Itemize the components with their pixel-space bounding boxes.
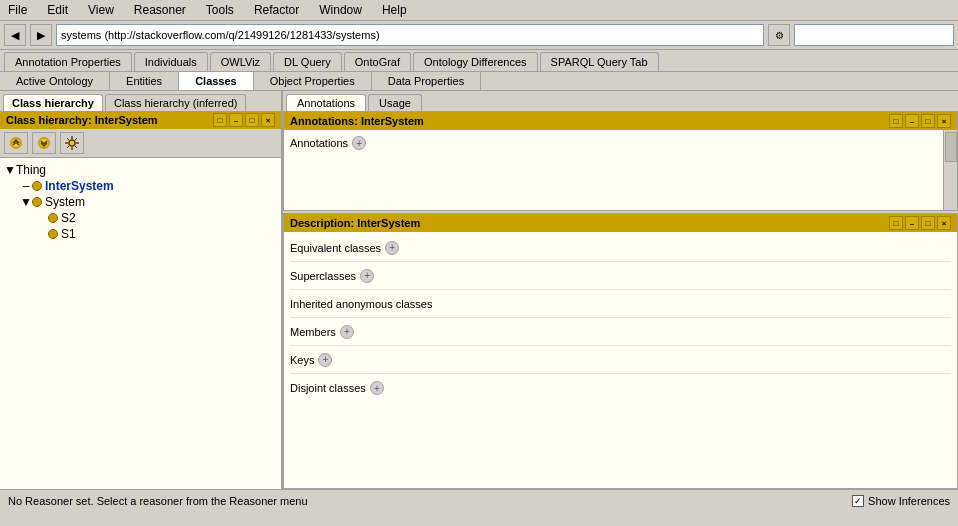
ann-icon-3[interactable]: □ (921, 114, 935, 128)
menu-refactor[interactable]: Refactor (250, 2, 303, 18)
tree-node-intersystem[interactable]: – InterSystem (4, 178, 277, 194)
menu-window[interactable]: Window (315, 2, 366, 18)
desc-icon-3[interactable]: □ (921, 216, 935, 230)
menu-help[interactable]: Help (378, 2, 411, 18)
panel-icon-1[interactable]: □ (213, 113, 227, 127)
annotations-scroll: Annotations + (284, 130, 957, 210)
menu-file[interactable]: File (4, 2, 31, 18)
panel-header-icons: □ – □ × (213, 113, 275, 127)
members-add-button[interactable]: + (340, 325, 354, 339)
toolbar-btn-3[interactable] (60, 132, 84, 154)
keys-add-button[interactable]: + (318, 353, 332, 367)
search-input[interactable] (794, 24, 954, 46)
toolbar-btn-2[interactable] (32, 132, 56, 154)
description-section: Description: InterSystem □ – □ × Equival… (283, 213, 958, 489)
desc-icon-close[interactable]: × (937, 216, 951, 230)
desc-label-members: Members (290, 326, 336, 338)
toggle-intersystem[interactable]: – (20, 179, 32, 193)
search-icon[interactable]: ⚙ (768, 24, 790, 46)
desc-label-disjoint: Disjoint classes (290, 382, 366, 394)
left-panel-title: Class hierarchy: InterSystem (6, 114, 158, 126)
annotations-label: Annotations (290, 137, 348, 149)
desc-label-equivalent: Equivalent classes (290, 242, 381, 254)
description-title: Description: InterSystem (290, 217, 420, 229)
panel-icon-2[interactable]: – (229, 113, 243, 127)
left-panel: Class hierarchy Class hierarchy (inferre… (0, 91, 283, 489)
annotations-add-button[interactable]: + (352, 136, 366, 150)
menu-bar: File Edit View Reasoner Tools Refactor W… (0, 0, 958, 21)
tab-dl-query[interactable]: DL Query (273, 52, 342, 71)
tree-node-system[interactable]: ▼ System (4, 194, 277, 210)
menu-view[interactable]: View (84, 2, 118, 18)
sec-tab-entities[interactable]: Entities (110, 72, 179, 90)
address-input[interactable] (56, 24, 764, 46)
tab-class-hierarchy[interactable]: Class hierarchy (3, 94, 103, 111)
equivalent-add-button[interactable]: + (385, 241, 399, 255)
tab-individuals[interactable]: Individuals (134, 52, 208, 71)
desc-row-superclasses: Superclasses + (290, 262, 951, 290)
disjoint-add-button[interactable]: + (370, 381, 384, 395)
toolbar-row (0, 129, 281, 158)
sec-tab-classes[interactable]: Classes (179, 72, 254, 90)
tab-ontograf[interactable]: OntoGraf (344, 52, 411, 71)
desc-row-inherited: Inherited anonymous classes (290, 290, 951, 318)
tab-ontology-differences[interactable]: Ontology Differences (413, 52, 538, 71)
tree-node-s1[interactable]: S1 (4, 226, 277, 242)
tab-owlviz[interactable]: OWLViz (210, 52, 271, 71)
forward-button[interactable]: ▶ (30, 24, 52, 46)
tree-node-thing[interactable]: ▼ Thing (4, 162, 277, 178)
left-panel-header: Class hierarchy: InterSystem □ – □ × (0, 111, 281, 129)
tab-sparql[interactable]: SPARQL Query Tab (540, 52, 659, 71)
menu-tools[interactable]: Tools (202, 2, 238, 18)
desc-row-disjoint: Disjoint classes + (290, 374, 951, 402)
description-header: Description: InterSystem □ – □ × (284, 214, 957, 232)
description-body: Equivalent classes + Superclasses + Inhe… (284, 232, 957, 488)
left-tabs: Class hierarchy Class hierarchy (inferre… (0, 91, 281, 111)
dot-system (32, 197, 42, 207)
tab-usage[interactable]: Usage (368, 94, 422, 111)
right-panel: Annotations Usage Annotations: InterSyst… (283, 91, 958, 489)
sec-tab-object-properties[interactable]: Object Properties (254, 72, 372, 90)
panel-icon-3[interactable]: □ (245, 113, 259, 127)
desc-row-keys: Keys + (290, 346, 951, 374)
ann-icon-close[interactable]: × (937, 114, 951, 128)
desc-icon-1[interactable]: □ (889, 216, 903, 230)
toggle-thing[interactable]: ▼ (4, 163, 16, 177)
dot-intersystem (32, 181, 42, 191)
scrollbar-thumb (945, 132, 957, 162)
annotations-title: Annotations: InterSystem (290, 115, 424, 127)
svg-point-2 (69, 140, 75, 146)
desc-icon-2[interactable]: – (905, 216, 919, 230)
annotations-row: Annotations + (290, 134, 951, 152)
tree-node-s2[interactable]: S2 (4, 210, 277, 226)
desc-label-keys: Keys (290, 354, 314, 366)
menu-edit[interactable]: Edit (43, 2, 72, 18)
toggle-system[interactable]: ▼ (20, 195, 32, 209)
tree-label-intersystem: InterSystem (45, 179, 114, 193)
top-tabs: Annotation Properties Individuals OWLViz… (0, 50, 958, 71)
annotations-header-icons: □ – □ × (889, 114, 951, 128)
menu-reasoner[interactable]: Reasoner (130, 2, 190, 18)
status-message: No Reasoner set. Select a reasoner from … (8, 495, 308, 507)
desc-label-inherited: Inherited anonymous classes (290, 298, 432, 310)
annotations-scrollbar[interactable] (943, 130, 957, 210)
tree-area[interactable]: ▼ Thing – InterSystem ▼ System (0, 158, 281, 489)
tab-annotations[interactable]: Annotations (286, 94, 366, 111)
tab-class-hierarchy-inferred[interactable]: Class hierarchy (inferred) (105, 94, 246, 111)
ann-icon-1[interactable]: □ (889, 114, 903, 128)
annotations-header: Annotations: InterSystem □ – □ × (284, 112, 957, 130)
show-inferences-label: Show Inferences (868, 495, 950, 507)
desc-label-superclasses: Superclasses (290, 270, 356, 282)
panel-icon-close[interactable]: × (261, 113, 275, 127)
toolbar-btn-1[interactable] (4, 132, 28, 154)
tab-annotation-properties[interactable]: Annotation Properties (4, 52, 132, 71)
tree-label-thing: Thing (16, 163, 46, 177)
status-right: ✓ Show Inferences (852, 495, 950, 507)
sec-tab-data-properties[interactable]: Data Properties (372, 72, 481, 90)
show-inferences-checkbox[interactable]: ✓ (852, 495, 864, 507)
superclasses-add-button[interactable]: + (360, 269, 374, 283)
dot-s1 (48, 229, 58, 239)
ann-icon-2[interactable]: – (905, 114, 919, 128)
sec-tab-active-ontology[interactable]: Active Ontology (0, 72, 110, 90)
back-button[interactable]: ◀ (4, 24, 26, 46)
